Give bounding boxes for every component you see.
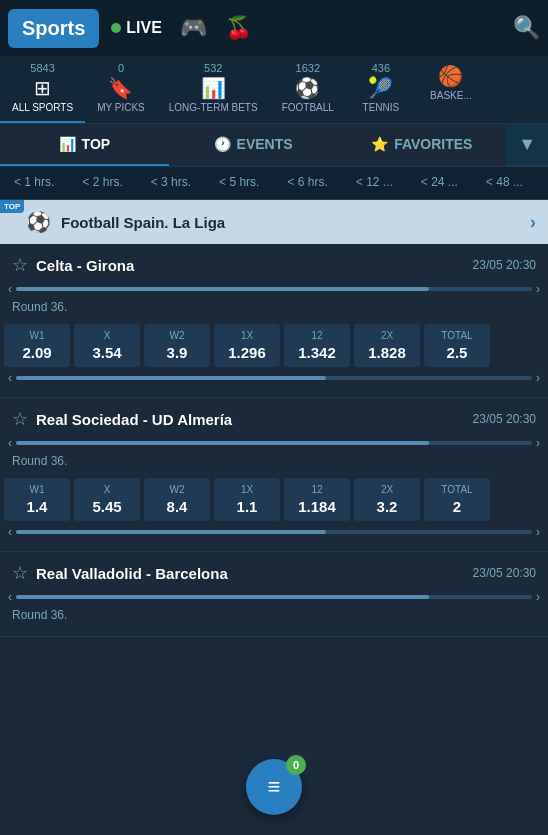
- scroll-left-arrow[interactable]: ‹: [8, 282, 12, 296]
- filter-tab-label-events: EVENTS: [237, 136, 293, 152]
- scroll-thumb: [16, 441, 429, 445]
- time-chip-5[interactable]: < 12 ...: [342, 167, 407, 199]
- odds-cell-match-2-total[interactable]: TOTAL 2: [424, 478, 490, 521]
- odds-cell-match-1-2x[interactable]: 2X 1.828: [354, 324, 420, 367]
- odds-cell-match-1-total[interactable]: TOTAL 2.5: [424, 324, 490, 367]
- sport-tab-label-basketball: BASKE...: [430, 90, 472, 101]
- match-time-match-2: 23/05 20:30: [473, 412, 536, 426]
- filter-tab-top[interactable]: 📊 TOP: [0, 124, 169, 166]
- filter-tab-label-top: TOP: [82, 136, 111, 152]
- odds-cell-match-1-w1[interactable]: W1 2.09: [4, 324, 70, 367]
- scroll-bar-row: ‹ ›: [0, 588, 548, 606]
- gamepad-icon[interactable]: 🎮: [180, 15, 207, 41]
- favorite-star-match-2[interactable]: ☆: [12, 408, 28, 430]
- scroll-track: [16, 287, 532, 291]
- odds-cell-match-1-w2[interactable]: W2 3.9: [144, 324, 210, 367]
- league-header[interactable]: TOP ⚽ Football Spain. La Liga ›: [0, 200, 548, 244]
- sport-tab-my-picks[interactable]: 0 🔖 MY PICKS: [85, 56, 157, 123]
- filter-tab-icon-events: 🕐: [214, 136, 231, 152]
- odds-cell-match-2-12[interactable]: 12 1.184: [284, 478, 350, 521]
- odds-value: 5.45: [92, 498, 121, 515]
- match-header: ☆ Real Valladolid - Barcelona 23/05 20:3…: [0, 552, 548, 588]
- top-nav: Sports LIVE 🎮 🍒 🔍: [0, 0, 548, 56]
- filter-icon-button[interactable]: ▼: [518, 134, 536, 155]
- odds-row-match-2: W1 1.4 X 5.45 W2 8.4 1X 1.1 12 1.184: [0, 474, 548, 525]
- time-chip-3[interactable]: < 5 hrs.: [205, 167, 273, 199]
- time-chip-1[interactable]: < 2 hrs.: [68, 167, 136, 199]
- scroll-thumb: [16, 287, 429, 291]
- scroll-left-arrow[interactable]: ‹: [8, 590, 12, 604]
- sports-title[interactable]: Sports: [8, 9, 99, 48]
- scroll-right-arrow[interactable]: ›: [536, 590, 540, 604]
- live-dot: [111, 23, 121, 33]
- nav-icons: 🎮 🍒: [180, 15, 513, 41]
- scroll-right-arrow[interactable]: ›: [536, 436, 540, 450]
- odds-cell-match-2-x[interactable]: X 5.45: [74, 478, 140, 521]
- sport-tab-basketball[interactable]: 🏀 BASKE...: [416, 56, 486, 123]
- odds-value: 1.1: [237, 498, 258, 515]
- sport-tab-tennis[interactable]: 436 🎾 TENNIS: [346, 56, 416, 123]
- odds-cell-match-2-1x[interactable]: 1X 1.1: [214, 478, 280, 521]
- favorite-star-match-1[interactable]: ☆: [12, 254, 28, 276]
- time-chip-0[interactable]: < 1 hrs.: [0, 167, 68, 199]
- sport-tab-icon-football: ⚽: [295, 76, 320, 100]
- time-chip-6[interactable]: < 24 ...: [407, 167, 472, 199]
- odds-label: W1: [30, 330, 45, 341]
- sport-tab-all-sports[interactable]: 5843 ⊞ ALL SPORTS: [0, 56, 85, 123]
- match-name-match-1: Celta - Girona: [36, 257, 473, 274]
- odds-cell-match-2-w2[interactable]: W2 8.4: [144, 478, 210, 521]
- time-filter: < 1 hrs.< 2 hrs.< 3 hrs.< 5 hrs.< 6 hrs.…: [0, 167, 548, 200]
- scroll-right-arrow[interactable]: ›: [536, 282, 540, 296]
- search-icon[interactable]: 🔍: [513, 15, 540, 41]
- time-chip-7[interactable]: < 48 ...: [472, 167, 537, 199]
- top-badge: TOP: [0, 200, 24, 213]
- filter-tab-favorites[interactable]: ⭐ FAVORITES: [337, 124, 506, 166]
- sport-tab-icon-basketball: 🏀: [438, 64, 463, 88]
- sport-tab-label-my-picks: MY PICKS: [97, 102, 145, 113]
- live-button[interactable]: LIVE: [111, 19, 162, 37]
- cherry-icon[interactable]: 🍒: [225, 15, 252, 41]
- odds-value: 1.342: [298, 344, 336, 361]
- odds-cell-match-1-1x[interactable]: 1X 1.296: [214, 324, 280, 367]
- scroll-track: [16, 441, 532, 445]
- scroll-bar-row: ‹ ›: [0, 280, 548, 298]
- odds-cell-match-1-12[interactable]: 12 1.342: [284, 324, 350, 367]
- time-chip-4[interactable]: < 6 hrs.: [273, 167, 341, 199]
- odds-scroll-row-match-2: ‹ ›: [0, 525, 548, 543]
- sport-tab-label-long-term: LONG-TERM BETS: [169, 102, 258, 113]
- sport-tab-long-term[interactable]: 532 📊 LONG-TERM BETS: [157, 56, 270, 123]
- odds-cell-match-2-w1[interactable]: W1 1.4: [4, 478, 70, 521]
- betslip-button[interactable]: ≡ 0: [246, 759, 302, 815]
- match-card-match-3: ☆ Real Valladolid - Barcelona 23/05 20:3…: [0, 552, 548, 637]
- scroll-left-arrow[interactable]: ‹: [8, 436, 12, 450]
- sport-tab-label-football: FOOTBALL: [282, 102, 334, 113]
- odds-value: 3.54: [92, 344, 121, 361]
- betslip-icon: ≡: [268, 774, 281, 800]
- odds-scroll-left[interactable]: ‹: [8, 525, 12, 539]
- odds-value: 2.5: [447, 344, 468, 361]
- match-header: ☆ Celta - Girona 23/05 20:30: [0, 244, 548, 280]
- odds-scroll-right[interactable]: ›: [536, 525, 540, 539]
- sport-tab-count-football: 1632: [296, 62, 320, 74]
- odds-label: TOTAL: [441, 484, 472, 495]
- odds-value: 2.09: [22, 344, 51, 361]
- odds-scroll-left[interactable]: ‹: [8, 371, 12, 385]
- sport-tab-football[interactable]: 1632 ⚽ FOOTBALL: [270, 56, 346, 123]
- odds-cell-match-2-2x[interactable]: 2X 3.2: [354, 478, 420, 521]
- league-arrow[interactable]: ›: [530, 212, 536, 233]
- favorite-star-match-3[interactable]: ☆: [12, 562, 28, 584]
- live-label: LIVE: [126, 19, 162, 37]
- match-header: ☆ Real Sociedad - UD Almería 23/05 20:30: [0, 398, 548, 434]
- sport-tab-icon-long-term: 📊: [201, 76, 226, 100]
- odds-label: 12: [311, 484, 322, 495]
- odds-scroll-track: [16, 530, 532, 534]
- time-chip-8[interactable]: 24 ...: [537, 167, 548, 199]
- odds-scroll-right[interactable]: ›: [536, 371, 540, 385]
- time-chip-2[interactable]: < 3 hrs.: [137, 167, 205, 199]
- odds-label: 2X: [381, 330, 393, 341]
- filter-tab-events[interactable]: 🕐 EVENTS: [169, 124, 338, 166]
- odds-cell-match-1-x[interactable]: X 3.54: [74, 324, 140, 367]
- sport-tab-icon-all-sports: ⊞: [34, 76, 51, 100]
- round-label-match-1: Round 36.: [0, 298, 548, 320]
- odds-scroll-thumb: [16, 376, 326, 380]
